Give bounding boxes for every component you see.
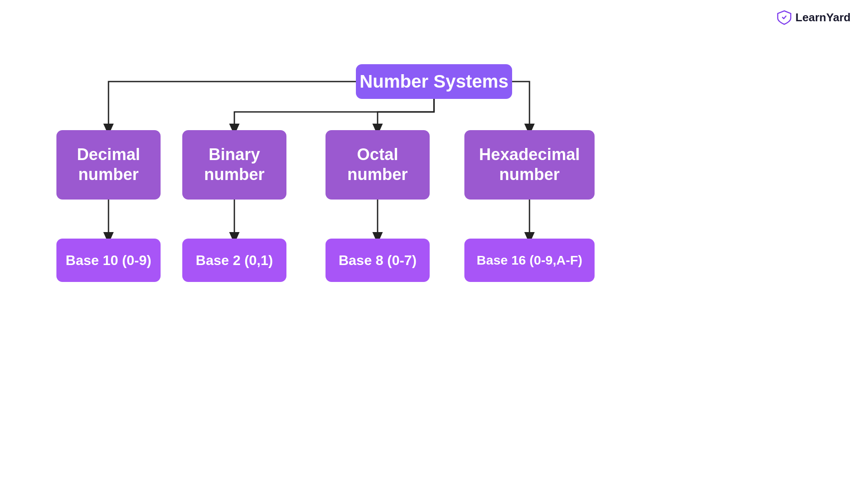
base2-node: Base 2 (0,1): [182, 239, 286, 282]
hexadecimal-node: Hexadecimalnumber: [464, 130, 595, 200]
decimal-node: Decimalnumber: [56, 130, 161, 200]
base8-node: Base 8 (0-7): [326, 239, 430, 282]
root-node: Number Systems: [356, 64, 512, 99]
octal-node: Octalnumber: [326, 130, 430, 200]
base10-node: Base 10 (0-9): [56, 239, 161, 282]
base16-node: Base 16 (0-9,A-F): [464, 239, 595, 282]
binary-node: Binarynumber: [182, 130, 286, 200]
diagram: Number Systems Decimalnumber Binarynumbe…: [0, 0, 868, 488]
